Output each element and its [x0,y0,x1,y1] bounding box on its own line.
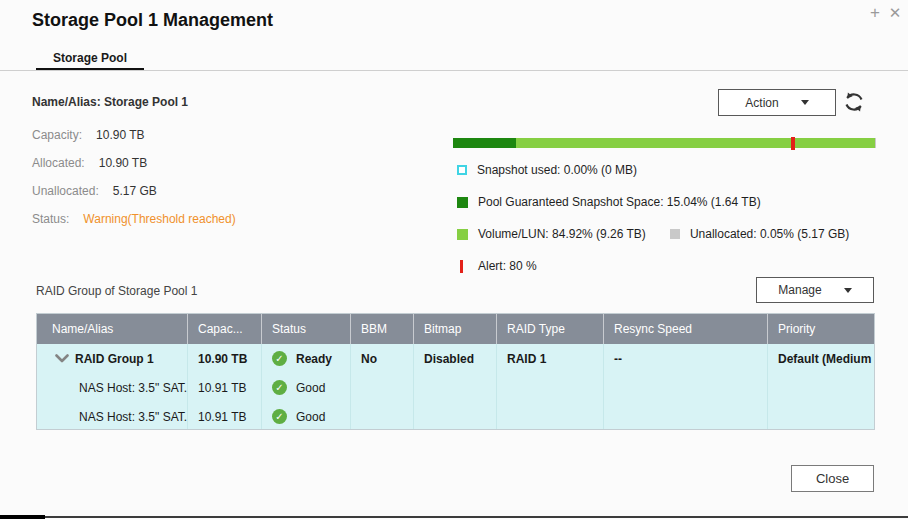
disk-raid-type [497,402,604,430]
raid-group-status: Ready [296,352,332,366]
legend-pool-guaranteed: Pool Guaranteed Snapshot Space: 15.04% (… [457,194,761,210]
allocated-value: 10.90 TB [99,156,147,170]
status-ok-icon: ✓ [272,351,287,366]
legend-alert: Alert: 80 % [457,258,537,274]
table-body: RAID Group 1 10.90 TB ✓ Ready No Disable… [37,344,874,430]
disk-status: Good [296,381,325,395]
disk-name: NAS Host: 3.5" SAT... [37,402,188,430]
bar-segment-volume-lun [516,138,874,148]
disk-capacity: 10.91 TB [188,373,262,402]
bar-segment-pool-guaranteed-snapshot-space [453,138,516,148]
alert-threshold-marker [791,137,795,150]
raid-group-priority: Default (Medium sp [768,344,875,373]
table-row-disk-1[interactable]: NAS Host: 3.5" SAT... 10.91 TB ✓ Good [37,373,874,402]
refresh-icon[interactable] [842,90,866,114]
allocated-row: Allocated: 10.90 TB [32,156,147,170]
legend-unallocated-text: Unallocated: 0.05% (5.17 GB) [690,227,849,241]
action-button[interactable]: Action [718,89,836,116]
capacity-row: Capacity: 10.90 TB [32,128,145,142]
disk-priority [768,402,875,430]
chevron-down-icon [801,100,809,105]
disk-resync-speed [604,402,768,430]
storage-pool-management-dialog: Storage Pool 1 Management + ✕ Storage Po… [0,0,908,519]
status-ok-icon: ✓ [272,409,287,424]
disk-resync-speed [604,373,768,402]
raid-group-capacity: 10.90 TB [188,344,262,373]
unallocated-label: Unallocated: [32,184,99,198]
action-button-label: Action [745,96,778,110]
tab-storage-pool[interactable]: Storage Pool [36,49,144,71]
column-header-raid-type[interactable]: RAID Type [497,314,604,344]
column-header-capacity[interactable]: Capac... [188,314,262,344]
disk-status: Good [296,410,325,424]
status-ok-icon: ✓ [272,380,287,395]
column-header-resync-speed[interactable]: Resync Speed [604,314,768,344]
volume-lun-swatch-icon [457,229,468,240]
chevron-down-icon [844,288,852,293]
disk-bitmap [414,402,497,430]
status-value: Warning(Threshold reached) [83,212,235,226]
window-bottom-edge-dark [0,515,45,519]
legend-pool-guaranteed-text: Pool Guaranteed Snapshot Space: 15.04% (… [478,195,761,209]
disk-name: NAS Host: 3.5" SAT... [37,373,188,402]
snapshot-used-swatch-icon [457,165,467,175]
table-row-disk-2[interactable]: NAS Host: 3.5" SAT... 10.91 TB ✓ Good [37,402,874,430]
raid-group-raid-type: RAID 1 [497,344,604,373]
alert-swatch-icon [460,260,463,273]
legend-snapshot-used-text: Snapshot used: 0.00% (0 MB) [477,163,637,177]
status-row: Status: Warning(Threshold reached) [32,212,236,226]
chevron-down-icon[interactable] [55,354,69,363]
table-header-row: Name/Alias Capac... Status BBM Bitmap RA… [37,314,874,344]
close-button[interactable]: Close [791,465,874,492]
unallocated-swatch-icon [670,229,680,239]
legend-alert-text: Alert: 80 % [478,259,537,273]
window-title: Storage Pool 1 Management [32,10,273,31]
unallocated-value: 5.17 GB [113,184,157,198]
disk-priority [768,373,875,402]
disk-bitmap [414,373,497,402]
usage-bar [453,138,875,148]
raid-group-bbm: No [351,344,414,373]
pool-guaranteed-swatch-icon [457,197,468,208]
column-header-bbm[interactable]: BBM [351,314,414,344]
raid-group-name: RAID Group 1 [75,352,154,366]
raid-group-bitmap: Disabled [414,344,497,373]
capacity-value: 10.90 TB [96,128,144,142]
column-header-name[interactable]: Name/Alias [37,314,188,344]
manage-button[interactable]: Manage [756,277,874,303]
expand-icon[interactable]: + [866,4,884,22]
column-header-priority[interactable]: Priority [768,314,875,344]
raid-group-resync-speed: -- [604,344,768,373]
raid-group-table: Name/Alias Capac... Status BBM Bitmap RA… [36,313,875,430]
allocated-label: Allocated: [32,156,85,170]
capacity-label: Capacity: [32,128,82,142]
disk-bbm [351,373,414,402]
manage-button-label: Manage [778,283,821,297]
close-icon[interactable]: ✕ [886,4,904,22]
legend-volume-unallocated: Volume/LUN: 84.92% (9.26 TB) Unallocated… [457,226,849,242]
disk-capacity: 10.91 TB [188,402,262,430]
disk-raid-type [497,373,604,402]
legend-snapshot-used: Snapshot used: 0.00% (0 MB) [457,162,637,178]
raid-section-title: RAID Group of Storage Pool 1 [36,284,197,298]
pool-name-line: Name/Alias: Storage Pool 1 [32,95,188,109]
column-header-status[interactable]: Status [262,314,351,344]
window-bottom-edge [0,516,908,518]
disk-bbm [351,402,414,430]
column-header-bitmap[interactable]: Bitmap [414,314,497,344]
status-label: Status: [32,212,69,226]
legend-volume-lun-text: Volume/LUN: 84.92% (9.26 TB) [478,227,646,241]
table-row-raid-group[interactable]: RAID Group 1 10.90 TB ✓ Ready No Disable… [37,344,874,373]
tabbar-divider [0,70,908,71]
unallocated-row: Unallocated: 5.17 GB [32,184,157,198]
